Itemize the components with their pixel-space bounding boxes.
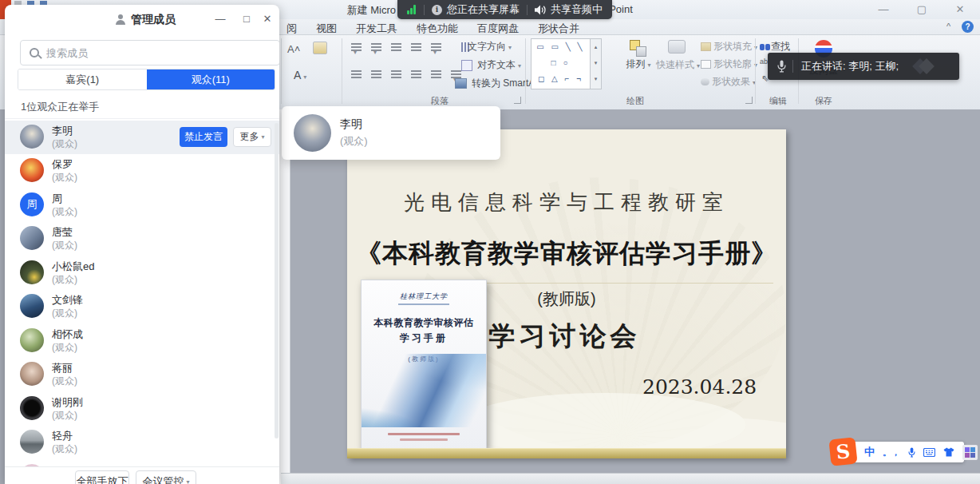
ime-toolbox-icon[interactable] — [962, 445, 978, 460]
slide-canvas[interactable]: 光电信息科学与工程教研室 《本科教育教学审核评估学习手册》 (教师版) 学习讨论… — [347, 129, 786, 458]
member-name: 李明 — [52, 124, 73, 138]
quick-styles-label: 快速样式 — [656, 59, 700, 70]
align-text-button[interactable]: 对齐文本 — [461, 58, 521, 72]
member-row[interactable]: 保罗 (观众) — [5, 154, 279, 188]
font-size-icon[interactable]: A˄ — [287, 43, 300, 55]
share-status-text: 您正在共享屏幕 — [447, 2, 520, 17]
find-button[interactable]: 查找 — [760, 40, 790, 54]
member-row[interactable]: 唐莹 (观众) — [5, 222, 279, 256]
menu-tabs: 阅 视图 开发工具 特色功能 百度网盘 形状合并 — [285, 21, 581, 37]
tab-view[interactable]: 视图 — [314, 21, 338, 37]
member-row[interactable]: 谢明刚 (观众) — [5, 392, 279, 426]
speaking-text: 正在讲话: 李明; 王柳; — [801, 59, 899, 73]
panel-title: 管理成员 — [131, 13, 176, 27]
arrange-button[interactable]: 排列 — [622, 40, 654, 71]
align-text-label: 对齐文本 — [477, 58, 521, 72]
bullet-list-icon[interactable] — [351, 43, 362, 45]
font-color-icon[interactable]: A — [294, 69, 306, 81]
lower-all-hands-button[interactable]: 全部手放下 — [75, 470, 129, 484]
search-input[interactable] — [20, 40, 279, 65]
panel-close-button[interactable]: ✕ — [258, 13, 277, 25]
member-row[interactable]: 周 周 (观众) — [5, 188, 279, 222]
case-change-icon[interactable] — [313, 42, 327, 54]
help-icon[interactable]: ? — [962, 21, 974, 33]
shape-outline-button[interactable]: 形状轮廓 — [701, 58, 757, 71]
avatar — [20, 260, 44, 284]
ime-keyboard-icon[interactable] — [923, 448, 935, 457]
align-left-icon[interactable] — [351, 70, 362, 72]
mute-button[interactable]: 禁止发言 — [180, 127, 227, 147]
shape-effects-button[interactable]: 形状效果 — [701, 75, 756, 89]
quick-styles-button[interactable]: 快速样式 — [656, 40, 697, 72]
group-label-paragraph: 段落 — [431, 95, 449, 107]
increase-indent-icon[interactable] — [411, 43, 421, 45]
microphone-icon — [777, 60, 786, 73]
columns-icon[interactable] — [451, 70, 461, 72]
distribute-icon[interactable] — [431, 70, 441, 72]
group-label-save: 保存 — [815, 95, 832, 107]
paragraph-list-tools — [351, 43, 441, 45]
meeting-logo-icon — [915, 61, 932, 74]
tab-shape-merge[interactable]: 形状合并 — [536, 21, 581, 37]
ribbon-collapse-icon[interactable]: ^ — [946, 22, 950, 31]
tab-baidu-netdisk[interactable]: 百度网盘 — [476, 21, 520, 37]
book-university-subline — [398, 303, 449, 305]
decrease-indent-icon[interactable] — [391, 43, 401, 45]
align-center-icon[interactable] — [371, 70, 381, 72]
shapes-gallery[interactable]: ▭ ▭ ╲ ╲ □ ○◻ △ ⌐ ¬ ⇨ ⇩◠ 〜 ⌒ ∿ { } — [531, 38, 591, 89]
sogou-logo-icon[interactable]: S — [828, 437, 857, 466]
meeting-control-button[interactable]: 会议管控 — [136, 470, 196, 484]
tab-guests[interactable]: 嘉宾(1) — [18, 69, 147, 89]
member-role: (观众) — [52, 442, 77, 456]
more-button[interactable]: 更多 — [233, 127, 271, 147]
screen-share-banner: i 您正在共享屏幕 共享音频中 — [397, 0, 612, 19]
tab-audience[interactable]: 观众(11) — [147, 69, 275, 89]
line-spacing-icon[interactable] — [431, 43, 441, 45]
shapes-gallery-scroll[interactable]: ▴▾▾ — [590, 38, 602, 89]
window-close-button[interactable]: ✕ — [948, 3, 972, 15]
member-row[interactable]: 轻舟 (观众) — [5, 426, 279, 459]
member-row[interactable] — [5, 460, 279, 466]
avatar — [20, 226, 44, 250]
info-icon: i — [432, 5, 442, 15]
group-label-drawing: 绘图 — [626, 95, 644, 107]
ime-skin-icon[interactable] — [943, 447, 954, 457]
shape-outline-icon — [701, 60, 711, 69]
manage-members-panel: 管理成员 — □ ✕ 嘉宾(1) 观众(11) 1位观众正在举手 李明 (观众)… — [5, 5, 279, 484]
justify-icon[interactable] — [411, 70, 421, 72]
text-direction-button[interactable]: 文字方向 — [461, 40, 512, 54]
shape-fill-button[interactable]: 形状填充 — [701, 40, 757, 54]
member-row[interactable]: 文剑锋 (观众) — [5, 290, 279, 323]
ime-punctuation-indicator[interactable]: 。， — [883, 446, 900, 458]
tab-developer[interactable]: 开发工具 — [354, 21, 399, 37]
avatar — [20, 158, 44, 182]
shape-effects-label: 形状效果 — [712, 75, 756, 89]
drawing-dialog-launcher[interactable] — [745, 97, 753, 104]
replace-icon[interactable]: ab — [760, 58, 768, 65]
member-role: (观众) — [52, 375, 77, 388]
panel-minimize-button[interactable]: — — [211, 13, 230, 25]
tab-review-partial[interactable]: 阅 — [285, 21, 298, 37]
paragraph-dialog-launcher[interactable] — [514, 97, 521, 104]
screen: 新建 Micro owerPoint — ▢ ✕ 阅 视图 开发工具 特色功能 … — [0, 0, 980, 484]
arrange-icon — [630, 40, 647, 56]
tab-special-features[interactable]: 特色功能 — [415, 21, 460, 37]
member-row[interactable]: 李明 (观众) 禁止发言 更多 — [5, 121, 279, 154]
book-university: 桂林理工大学 — [362, 292, 486, 302]
panel-maximize-button[interactable]: □ — [237, 13, 256, 25]
ime-mic-icon[interactable] — [908, 447, 915, 458]
member-row[interactable]: 小松鼠ed (观众) — [5, 256, 279, 290]
member-list-scrollbar[interactable] — [275, 123, 279, 438]
align-right-icon[interactable] — [391, 70, 401, 72]
window-minimize-button[interactable]: — — [871, 3, 895, 15]
member-role: (观众) — [52, 307, 77, 320]
window-restore-button[interactable]: ▢ — [910, 3, 934, 15]
ime-mode-indicator[interactable]: 中 — [864, 445, 875, 459]
numbered-list-icon[interactable] — [371, 43, 381, 45]
shape-outline-label: 形状轮廓 — [713, 58, 757, 71]
smartart-icon — [455, 78, 467, 89]
shape-fill-label: 形状填充 — [713, 40, 757, 54]
slide-title: 《本科教育教学审核评估学习手册》 — [347, 236, 786, 272]
member-row[interactable]: 相怀成 (观众) — [5, 324, 279, 358]
member-row[interactable]: 蒋丽 (观众) — [5, 358, 279, 391]
